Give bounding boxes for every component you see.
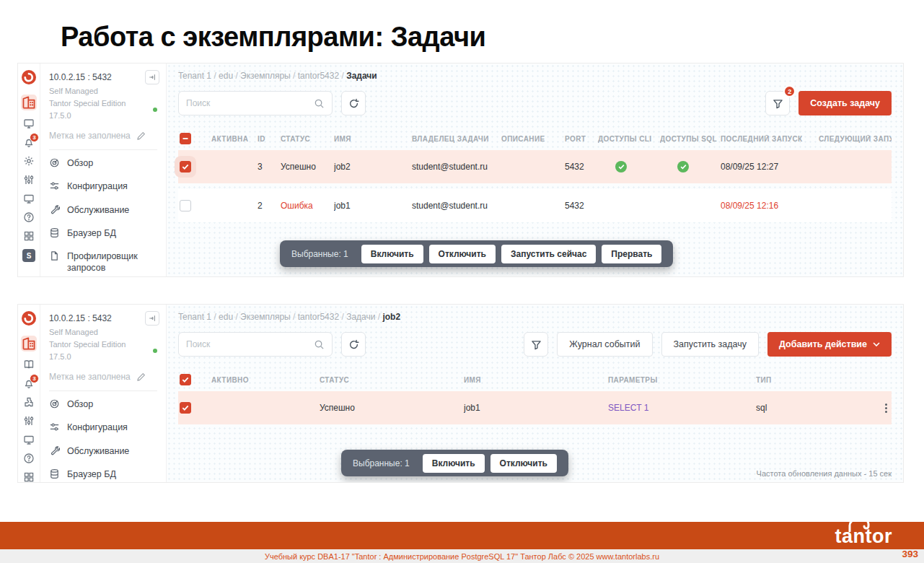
abort-button[interactable]: Прервать [602, 245, 661, 263]
instance-label-empty[interactable]: Метка не заполнена [49, 372, 157, 382]
task-last-run: 08/09/25 12:27 [721, 162, 819, 172]
enable-button[interactable]: Включить [423, 454, 485, 473]
sidebar-item-db-browser[interactable]: Браузер БД [49, 222, 157, 245]
funnel-icon [531, 339, 542, 350]
task-last-run: 08/09/25 12:16 [721, 201, 819, 211]
document-icon [49, 250, 60, 261]
puzzle-icon[interactable] [23, 396, 35, 408]
task-id: 3 [258, 162, 281, 172]
pencil-icon [136, 131, 146, 141]
row-checkbox[interactable] [180, 402, 191, 414]
edition-version: Tantor Special Edition 17.5.0 [49, 339, 149, 363]
refresh-rate-note: Частота обновления данных - 15 сек [757, 469, 892, 478]
task-status: Ошибка [281, 201, 334, 211]
filter-button[interactable] [524, 332, 548, 357]
apps-grid-icon[interactable] [23, 230, 35, 242]
instance-host: 10.0.2.15 : 5432 [49, 313, 157, 323]
create-task-button[interactable]: Создать задачу [798, 91, 892, 115]
select-all-checkbox[interactable] [180, 133, 191, 144]
tantor-wordmark: tantor [835, 524, 893, 549]
screen-icon[interactable] [23, 434, 35, 445]
refresh-button[interactable] [341, 332, 366, 357]
kebab-menu-icon[interactable] [885, 403, 892, 413]
task-port: 5432 [565, 162, 598, 172]
collapse-sidebar-icon[interactable] [145, 70, 159, 84]
notifications-bell-icon[interactable]: 3 [23, 377, 35, 389]
sidebar: 10.0.2.15 : 5432 Self Managed Tantor Spe… [40, 64, 166, 276]
task-name: job1 [334, 201, 412, 211]
table-header: АКТИВНА ID СТАТУС ИМЯ ВЛАДЕЛЕЦ ЗАДАЧИ ОП… [178, 133, 892, 144]
icon-rail: 3 [18, 305, 40, 482]
run-task-button[interactable]: Запустить задачу [661, 332, 759, 357]
sliders-icon[interactable] [23, 415, 35, 427]
action-params-link[interactable]: SELECT 1 [608, 403, 756, 413]
task-owner: student@student.ru [412, 162, 501, 172]
add-action-button[interactable]: Добавить действие [767, 332, 892, 357]
screenshot-tasks-list: 3 S 10.0.2.15 : 5432 Self Managed Tantor… [18, 64, 903, 276]
row-checkbox[interactable] [180, 161, 191, 173]
help-icon[interactable] [23, 453, 35, 464]
search-input[interactable] [186, 339, 308, 349]
divider [49, 390, 157, 391]
target-icon [49, 157, 60, 168]
disable-button[interactable]: Отключить [490, 454, 557, 473]
search-input[interactable] [186, 98, 308, 108]
selection-action-bar: Выбранные: 1 Включить Отключить Запустит… [280, 240, 673, 267]
screen-icon[interactable] [23, 193, 35, 204]
instances-icon[interactable] [21, 95, 37, 110]
instance-label-empty[interactable]: Метка не заполнена [49, 131, 157, 141]
sidebar-item-maintenance[interactable]: Обслуживание [49, 198, 157, 222]
sidebar-item-configuration[interactable]: Конфигурация [49, 416, 157, 439]
managed-label: Self Managed [49, 326, 157, 339]
task-name: job2 [334, 162, 412, 172]
config-icon [49, 180, 60, 191]
table-row[interactable]: 3 Успешно job2 student@student.ru 5432 0… [178, 150, 892, 183]
page-title: Работа с экземплярами: Задачи [61, 22, 485, 53]
elephant-icon [847, 518, 871, 532]
database-icon [49, 227, 60, 238]
collapse-sidebar-icon[interactable] [145, 311, 159, 326]
sidebar-item-overview[interactable]: Обзор [49, 393, 157, 416]
target-icon [49, 398, 60, 409]
select-all-checkbox[interactable] [180, 374, 191, 385]
refresh-icon [348, 98, 359, 109]
selected-count-label: Выбранные: 1 [291, 249, 348, 259]
gear-icon[interactable] [23, 155, 35, 167]
breadcrumb[interactable]: Tenant 1eduЭкземплярыtantor5432Задачи [178, 71, 892, 81]
sidebar-item-configuration[interactable]: Конфигурация [49, 175, 157, 198]
disable-button[interactable]: Отключить [429, 245, 496, 263]
event-log-button[interactable]: Журнал событий [557, 332, 652, 357]
instances-icon[interactable] [21, 336, 37, 352]
table-row[interactable]: 2 Ошибка job1 student@student.ru 5432 08… [178, 189, 892, 222]
notifications-bell-icon[interactable]: 3 [23, 136, 35, 148]
sliders-icon[interactable] [23, 174, 35, 186]
monitor-icon[interactable] [23, 118, 35, 129]
wrench-icon [49, 445, 60, 456]
book-icon[interactable] [23, 359, 35, 370]
footer-strip: Учебный курс DBA1-17 "Tantor : Администр… [0, 549, 924, 563]
wrench-icon [49, 204, 60, 215]
chevron-down-icon [873, 342, 880, 346]
help-icon[interactable] [23, 211, 35, 223]
breadcrumb[interactable]: Tenant 1eduЭкземплярыtantor5432Задачиjob… [178, 312, 892, 322]
refresh-button[interactable] [341, 91, 366, 115]
tantor-logo-icon[interactable] [22, 311, 36, 326]
status-dot [153, 349, 157, 353]
sidebar-item-query-profiler[interactable]: Профилировщик запросов [49, 245, 157, 276]
enable-button[interactable]: Включить [361, 245, 423, 263]
run-now-button[interactable]: Запустить сейчас [501, 245, 596, 263]
task-owner: student@student.ru [412, 201, 501, 211]
row-checkbox[interactable] [180, 200, 191, 211]
sidebar-item-db-browser[interactable]: Браузер БД [49, 463, 157, 482]
page-number: 393 [902, 549, 918, 559]
task-port: 5432 [565, 201, 598, 211]
apps-grid-icon[interactable] [23, 471, 35, 482]
sidebar-item-maintenance[interactable]: Обслуживание [49, 440, 157, 463]
tantor-logo-icon[interactable] [22, 70, 36, 84]
instance-host: 10.0.2.15 : 5432 [49, 72, 157, 82]
search-input-wrap [178, 332, 333, 357]
divider [49, 149, 157, 150]
sidebar-item-overview[interactable]: Обзор [49, 152, 157, 175]
table-row[interactable]: Успешно job1 SELECT 1 sql [178, 391, 892, 424]
service-s-icon[interactable]: S [22, 249, 35, 262]
